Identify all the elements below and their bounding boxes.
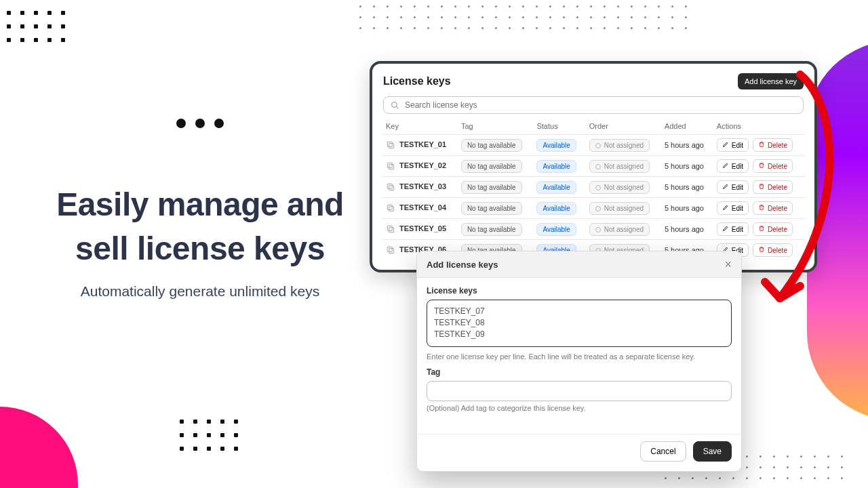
modal-title: Add license keys	[427, 260, 498, 270]
trash-icon	[758, 246, 765, 254]
svg-rect-7	[387, 184, 392, 188]
svg-rect-2	[389, 144, 394, 148]
hero-subtitle: Automatically generate unlimited keys	[41, 283, 359, 300]
copy-icon[interactable]	[386, 245, 395, 255]
hero-title: Easily manage and sell license keys	[41, 183, 359, 271]
svg-rect-3	[387, 142, 392, 146]
trash-icon	[758, 183, 765, 191]
order-pill: Not assigned	[589, 223, 650, 236]
delete-button[interactable]: Delete	[753, 159, 793, 173]
search-icon	[391, 101, 399, 110]
tag-pill: No tag available	[461, 160, 522, 173]
dot-grid-decoration	[7, 11, 65, 42]
license-keys-label: License keys	[427, 286, 732, 296]
col-actions: Actions	[713, 119, 805, 135]
key-cell: TESTKEY_03	[399, 182, 446, 190]
delete-button[interactable]: Delete	[753, 222, 793, 236]
decorative-blob-pink	[0, 407, 78, 488]
hero-text: Easily manage and sell license keys Auto…	[41, 183, 359, 300]
edit-button[interactable]: Edit	[717, 201, 749, 215]
svg-rect-8	[389, 207, 394, 211]
status-badge: Available	[536, 181, 576, 194]
dot-grid-decoration	[359, 5, 689, 31]
delete-button[interactable]: Delete	[753, 138, 793, 152]
delete-button[interactable]: Delete	[753, 180, 793, 194]
col-status: Status	[532, 119, 585, 135]
svg-rect-4	[389, 165, 394, 169]
tag-pill: No tag available	[461, 202, 522, 215]
svg-rect-13	[387, 247, 392, 251]
delete-button[interactable]: Delete	[753, 243, 793, 257]
svg-rect-5	[387, 163, 392, 167]
svg-rect-11	[387, 226, 392, 230]
status-badge: Available	[536, 160, 576, 173]
order-pill: Not assigned	[589, 139, 650, 152]
svg-rect-12	[389, 249, 394, 253]
added-cell: 5 hours ago	[660, 219, 713, 240]
copy-icon[interactable]	[386, 203, 395, 213]
order-pill: Not assigned	[589, 202, 650, 215]
pencil-icon	[722, 141, 729, 149]
tag-pill: No tag available	[461, 139, 522, 152]
search-input-wrapper[interactable]	[383, 96, 804, 114]
search-input[interactable]	[405, 100, 796, 110]
col-order: Order	[585, 119, 660, 135]
ellipsis-decoration	[176, 119, 224, 128]
added-cell: 5 hours ago	[660, 156, 713, 177]
status-badge: Available	[536, 202, 576, 215]
trash-icon	[758, 225, 765, 233]
trash-icon	[758, 204, 765, 212]
cancel-button[interactable]: Cancel	[640, 441, 686, 462]
tag-pill: No tag available	[461, 181, 522, 194]
key-cell: TESTKEY_04	[399, 203, 446, 211]
dot-grid-decoration	[180, 420, 238, 451]
status-badge: Available	[536, 223, 576, 236]
copy-icon[interactable]	[386, 224, 395, 234]
edit-button[interactable]: Edit	[717, 138, 749, 152]
save-button[interactable]: Save	[693, 441, 732, 462]
status-badge: Available	[536, 139, 576, 152]
license-keys-textarea[interactable]	[427, 300, 732, 347]
pencil-icon	[722, 225, 729, 233]
added-cell: 5 hours ago	[660, 198, 713, 219]
close-button[interactable]: ×	[724, 258, 732, 270]
key-cell: TESTKEY_01	[399, 140, 446, 148]
svg-line-1	[396, 106, 398, 108]
add-license-key-button[interactable]: Add license key	[738, 73, 804, 89]
edit-button[interactable]: Edit	[717, 222, 749, 236]
copy-icon[interactable]	[386, 140, 395, 150]
close-icon: ×	[724, 258, 732, 271]
tag-label: Tag	[427, 367, 732, 377]
svg-point-0	[392, 102, 397, 107]
col-key: Key	[382, 119, 457, 135]
copy-icon[interactable]	[386, 161, 395, 171]
svg-rect-10	[389, 228, 394, 232]
license-keys-hint: Enter one license key per line. Each lin…	[427, 352, 732, 361]
table-row: TESTKEY_05No tag availableAvailableNot a…	[382, 219, 805, 240]
license-keys-table: Key Tag Status Order Added Actions TESTK…	[382, 119, 805, 260]
edit-button[interactable]: Edit	[717, 159, 749, 173]
added-cell: 5 hours ago	[660, 177, 713, 198]
table-row: TESTKEY_04No tag availableAvailableNot a…	[382, 198, 805, 219]
add-license-keys-modal: Add license keys × License keys Enter on…	[416, 251, 742, 472]
pencil-icon	[722, 183, 729, 191]
trash-icon	[758, 162, 765, 170]
edit-button[interactable]: Edit	[717, 180, 749, 194]
trash-icon	[758, 141, 765, 149]
key-cell: TESTKEY_05	[399, 224, 446, 232]
table-row: TESTKEY_02No tag availableAvailableNot a…	[382, 156, 805, 177]
order-pill: Not assigned	[589, 160, 650, 173]
order-pill: Not assigned	[589, 181, 650, 194]
col-added: Added	[660, 119, 713, 135]
key-cell: TESTKEY_02	[399, 161, 446, 169]
svg-rect-6	[389, 186, 394, 190]
tag-input[interactable]	[427, 381, 732, 401]
copy-icon[interactable]	[386, 182, 395, 192]
added-cell: 5 hours ago	[660, 135, 713, 156]
col-tag: Tag	[457, 119, 533, 135]
pencil-icon	[722, 162, 729, 170]
table-row: TESTKEY_01No tag availableAvailableNot a…	[382, 135, 805, 156]
table-row: TESTKEY_03No tag availableAvailableNot a…	[382, 177, 805, 198]
delete-button[interactable]: Delete	[753, 201, 793, 215]
tag-hint: (Optional) Add tag to categorize this li…	[427, 404, 732, 412]
